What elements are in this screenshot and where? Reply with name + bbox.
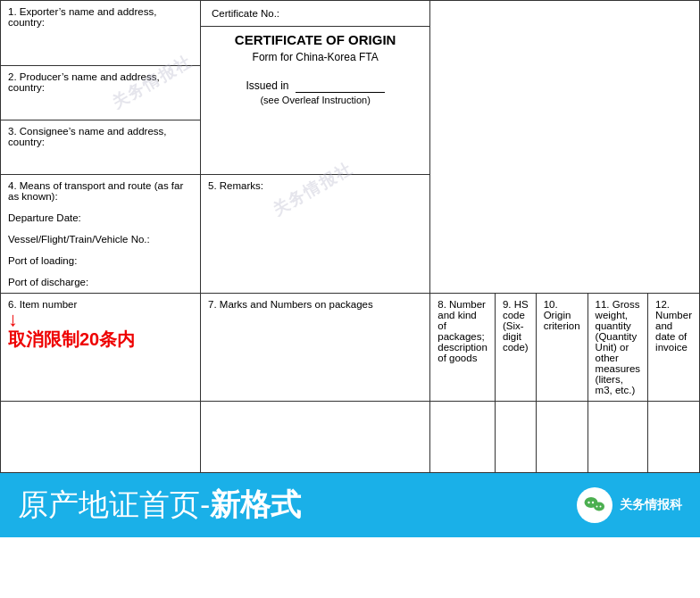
field1-cell: 1. Exporter’s name and address, country: [1,1,201,66]
red-arrow: ↓ [8,310,193,329]
cert-no-cell: Certificate No.: [201,1,429,27]
issued-label: Issued in [246,79,288,92]
col8-label: 8. Number and kind of packages; descript… [438,299,488,363]
svg-point-5 [600,506,602,508]
cert-issued: Issued in [208,79,422,93]
col12-header: 12. Number and date of invoice [648,294,700,402]
svg-point-1 [588,502,589,503]
banner-wechat: 关务情报科 [577,487,682,523]
col7-header: 7. Marks and Numbers on packages [201,294,430,402]
banner-title-normal: 原产地证首页- [18,487,210,521]
col6-data [1,402,201,473]
svg-point-2 [592,502,594,503]
svg-point-3 [594,502,604,511]
col6-header: 6. Item number ↓ 取消限制20条内 [1,294,201,402]
col7-data [201,402,430,473]
red-annotation-text: 取消限制20条内 [8,329,135,349]
port-loading-label: Port of loading: [8,255,77,266]
col9-data [495,402,536,473]
certificate-table: 1. Exporter’s name and address, country:… [0,0,700,473]
field3-label: 3. Consignee’s name and address, country… [8,126,167,147]
field5-label: 5. Remarks: [208,180,263,191]
field1-label: 1. Exporter’s name and address, country: [8,6,156,28]
col9-label: 9. HS code (Six-digit code) [503,299,529,353]
col10-header: 10. Origin criterion [536,294,588,402]
col8-header: 8. Number and kind of packages; descript… [430,294,496,402]
field5-cell: 5. Remarks: [201,175,430,294]
port-discharge-label: Port of discharge: [8,277,88,287]
field4-label: 4. Means of transport and route (as far … [8,180,183,202]
col10-label: 10. Origin criterion [544,299,580,331]
departure-label: Departure Date: [8,212,81,223]
cert-instruction: (see Overleaf Instruction) [208,95,422,105]
banner-title: 原产地证首页-新格式 [18,485,301,526]
col9-header: 9. HS code (Six-digit code) [495,294,536,402]
field2-label: 2. Producer’s name and address, country: [8,71,160,93]
wechat-icon [577,487,612,523]
col12-data [648,402,700,473]
wechat-label: 关务情报科 [620,497,682,513]
col11-data [588,402,648,473]
banner-title-bold: 新格式 [210,487,301,521]
col7-label: 7. Marks and Numbers on packages [208,299,373,310]
vessel-label: Vessel/Flight/Train/Vehicle No.: [8,234,150,245]
cert-subtitle: Form for China-Korea FTA [208,51,422,63]
field4-cell: 4. Means of transport and route (as far … [1,175,201,294]
field2-cell: 2. Producer’s name and address, country: [1,66,201,120]
col6-label: 6. Item number [8,299,77,310]
field3-cell: 3. Consignee’s name and address, country… [1,120,201,175]
right-combined-cell: Certificate No.: CERTIFICATE OF ORIGIN F… [201,1,430,175]
col8-data [430,402,496,473]
cert-no-label: Certificate No.: [212,8,279,19]
wechat-svg [583,494,606,517]
svg-point-4 [596,506,598,508]
col11-header: 11. Gross weight, quantity (Quantity Uni… [588,294,648,402]
col10-data [536,402,588,473]
bottom-banner: 原产地证首页-新格式 关务情报科 [0,473,700,537]
col12-label: 12. Number and date of invoice [655,299,692,353]
issued-line [296,79,385,93]
col11-label: 11. Gross weight, quantity (Quantity Uni… [596,299,641,395]
right-inner-table: Certificate No.: CERTIFICATE OF ORIGIN F… [201,1,429,111]
cert-title-cell: CERTIFICATE OF ORIGIN Form for China-Kor… [201,27,429,112]
cert-title: CERTIFICATE OF ORIGIN [208,32,422,47]
